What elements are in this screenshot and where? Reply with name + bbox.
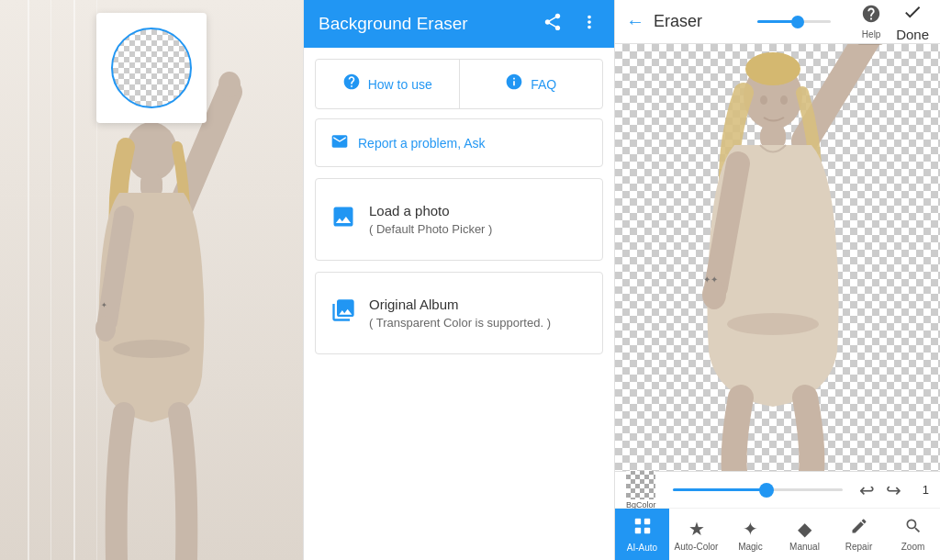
photo-library-icon <box>330 297 356 329</box>
faq-icon <box>505 73 523 95</box>
app-title: Background Eraser <box>319 14 526 34</box>
manual-tool[interactable]: ◆ Manual <box>778 509 832 560</box>
zoom-tool[interactable]: Zoom <box>886 509 940 560</box>
svg-rect-21 <box>643 519 649 524</box>
faq-label: FAQ <box>531 77 556 92</box>
manual-label: Manual <box>789 542 820 552</box>
bottom-section: BgColor ↩ ↪ 1 AI-Auto ★ Auto-Color <box>615 471 940 560</box>
undo-redo-controls: ↩ ↪ <box>859 479 901 501</box>
auto-color-label: Auto-Color <box>675 542 719 552</box>
right-panel-title: Eraser <box>654 12 743 31</box>
svg-text:✦✦: ✦✦ <box>703 274 718 285</box>
report-button[interactable]: Report a problem, Ask <box>315 118 603 167</box>
magic-icon: ✦ <box>743 518 758 540</box>
bgcolor-thumbnail <box>626 470 655 499</box>
right-header: ← Eraser Help Done <box>615 0 940 44</box>
load-photo-title: Load a photo <box>369 203 492 218</box>
original-album-card[interactable]: Original Album ( Transparent Color is su… <box>315 272 603 354</box>
svg-point-13 <box>760 95 767 105</box>
checkmark-icon <box>902 2 923 26</box>
done-label: Done <box>896 27 929 42</box>
middle-panel: Background Eraser How to use FAQ <box>303 0 615 560</box>
load-photo-text: Load a photo ( Default Photo Picker ) <box>369 203 492 236</box>
redo-button[interactable]: ↪ <box>886 479 901 501</box>
left-panel: ✦ <box>0 0 303 560</box>
auto-color-tool[interactable]: ★ Auto-Color <box>669 509 723 560</box>
more-icon[interactable] <box>579 12 599 37</box>
original-album-subtitle: ( Transparent Color is supported. ) <box>369 316 551 330</box>
auto-color-icon: ★ <box>688 518 705 540</box>
repair-tool[interactable]: Repair <box>832 509 886 560</box>
preview-card <box>96 13 207 123</box>
original-album-title: Original Album <box>369 297 551 312</box>
svg-point-5 <box>95 316 116 342</box>
size-slider-thumb <box>759 483 774 498</box>
size-value: 1 <box>911 483 929 497</box>
repair-icon <box>850 517 868 540</box>
email-icon <box>330 132 349 153</box>
middle-content: How to use FAQ Report a problem, Ask Loa… <box>304 48 614 560</box>
load-photo-card[interactable]: Load a photo ( Default Photo Picker ) <box>315 178 603 261</box>
svg-point-1 <box>218 72 241 97</box>
how-to-use-label: How to use <box>368 77 432 92</box>
zoom-icon <box>904 517 923 540</box>
svg-rect-23 <box>643 528 649 533</box>
ai-auto-icon <box>632 516 653 541</box>
photo-icon <box>330 204 356 235</box>
back-button[interactable]: ← <box>626 11 644 32</box>
person-figure: ✦ <box>32 64 271 560</box>
ai-auto-tool[interactable]: AI-Auto <box>615 509 669 560</box>
help-icon <box>342 73 361 95</box>
size-row: BgColor ↩ ↪ 1 <box>615 472 940 509</box>
help-label: Help <box>862 29 881 39</box>
bgcolor-control[interactable]: BgColor <box>626 470 656 510</box>
share-icon[interactable] <box>543 12 563 37</box>
report-label: Report a problem, Ask <box>358 136 486 151</box>
svg-rect-20 <box>634 519 640 524</box>
faq-button[interactable]: FAQ <box>460 60 603 108</box>
magic-label: Magic <box>738 542 763 552</box>
size-slider[interactable] <box>673 488 843 491</box>
ai-auto-label: AI-Auto <box>627 543 657 553</box>
middle-header: Background Eraser <box>304 0 614 48</box>
right-panel: ← Eraser Help Done <box>615 0 940 560</box>
undo-button[interactable]: ↩ <box>859 479 875 501</box>
help-faq-row: How to use FAQ <box>315 59 603 109</box>
svg-rect-10 <box>857 44 883 45</box>
magic-tool[interactable]: ✦ Magic <box>723 509 778 560</box>
svg-point-12 <box>745 52 800 85</box>
manual-icon: ◆ <box>798 518 811 540</box>
how-to-use-button[interactable]: How to use <box>316 60 460 108</box>
tools-row: AI-Auto ★ Auto-Color ✦ Magic ◆ Manual Re… <box>615 509 940 560</box>
svg-point-6 <box>113 340 190 358</box>
repair-label: Repair <box>845 542 872 552</box>
erased-person: ✦✦ <box>635 44 920 471</box>
header-actions: Help Done <box>861 2 929 42</box>
svg-text:✦: ✦ <box>101 301 107 309</box>
help-button[interactable]: Help <box>861 4 881 39</box>
help-circle-icon <box>861 4 881 28</box>
svg-point-19 <box>727 313 819 335</box>
done-button[interactable]: Done <box>896 2 929 42</box>
size-slider-fill <box>673 488 767 491</box>
load-photo-subtitle: ( Default Photo Picker ) <box>369 222 492 236</box>
transparent-circle <box>111 28 192 108</box>
svg-point-14 <box>780 95 788 105</box>
svg-rect-22 <box>634 528 640 533</box>
zoom-label: Zoom <box>901 542 925 552</box>
erased-photo-area: ✦✦ <box>615 44 940 471</box>
original-album-text: Original Album ( Transparent Color is su… <box>369 297 551 330</box>
